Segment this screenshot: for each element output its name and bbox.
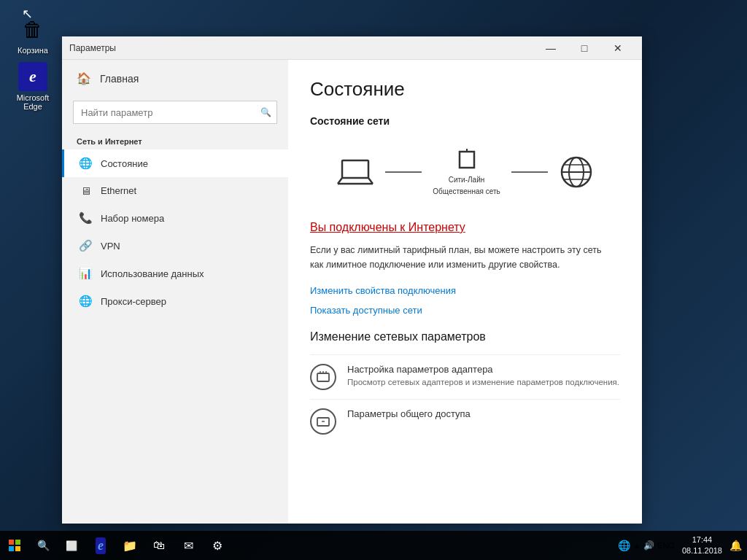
- change-section-title: Изменение сетевых параметров: [310, 330, 620, 343]
- home-label: Главная: [100, 73, 139, 85]
- internet-node: [559, 155, 594, 190]
- edge-taskbar-button[interactable]: e: [86, 531, 115, 560]
- adapter-settings-title: Настройка параметров адаптера: [347, 364, 619, 375]
- sharing-settings-item[interactable]: Параметры общего доступа: [310, 399, 620, 443]
- desktop-icon-edge[interactable]: e MicrosoftEdge: [7, 62, 58, 111]
- net-line-1: [385, 171, 422, 173]
- sidebar-search-container: 🔍: [73, 101, 277, 124]
- taskbar: 🔍 ⬜ e 📁 🛍 ✉ ⚙ 🌐 ▲ 🔊 ENG 17:44 08.11.2018: [0, 531, 747, 560]
- sidebar-section-title: Сеть и Интернет: [62, 131, 288, 149]
- sharing-icon: [310, 408, 336, 435]
- task-view-icon: ⬜: [66, 540, 77, 551]
- adapter-settings-desc: Просмотр сетевых адаптеров и изменение п…: [347, 376, 619, 389]
- language-label[interactable]: ENG: [656, 540, 676, 551]
- connection-description: Если у вас лимитный тарифный план, вы мо…: [310, 243, 616, 272]
- system-clock[interactable]: 17:44 08.11.2018: [676, 534, 728, 557]
- file-explorer-icon: 📁: [123, 539, 137, 553]
- sidebar-item-ethernet[interactable]: 🖥 Ethernet: [62, 177, 288, 204]
- search-icon: 🔍: [260, 107, 271, 117]
- svg-rect-0: [342, 160, 368, 178]
- maximize-button[interactable]: □: [568, 36, 601, 60]
- edge-label: MicrosoftEdge: [17, 93, 50, 111]
- settings-window: Параметры — □ ✕ 🏠 Главная 🔍 Сеть и Интер…: [62, 36, 642, 524]
- store-icon: 🛍: [153, 539, 165, 552]
- svg-rect-18: [15, 540, 20, 545]
- sidebar-data-usage-label: Использование данных: [101, 268, 204, 279]
- settings-taskbar-button[interactable]: ⚙: [203, 531, 232, 560]
- sidebar-item-dialup[interactable]: 📞 Набор номера: [62, 204, 288, 232]
- sidebar-vpn-label: VPN: [101, 241, 120, 252]
- sharing-settings-title: Параметры общего доступа: [347, 408, 471, 419]
- task-view-button[interactable]: ⬜: [57, 531, 86, 560]
- sidebar-dialup-label: Набор номера: [101, 213, 164, 224]
- data-usage-icon: 📊: [79, 267, 92, 280]
- svg-rect-20: [15, 546, 20, 551]
- svg-rect-19: [9, 546, 14, 551]
- volume-icon[interactable]: 🔊: [642, 539, 656, 552]
- laptop-node: [336, 158, 374, 187]
- start-button[interactable]: [0, 531, 29, 560]
- page-title: Состояние: [310, 78, 620, 101]
- minimize-button[interactable]: —: [534, 36, 568, 60]
- globe-icon: [559, 155, 594, 190]
- adapter-settings-text: Настройка параметров адаптера Просмотр с…: [347, 364, 619, 389]
- store-button[interactable]: 🛍: [144, 531, 174, 560]
- arrow-up-icon[interactable]: ▲: [632, 540, 642, 551]
- settings-body: 🏠 Главная 🔍 Сеть и Интернет 🌐 Состояние …: [62, 60, 642, 524]
- svg-rect-4: [460, 152, 474, 168]
- window-title: Параметры: [69, 43, 534, 53]
- search-input[interactable]: [73, 101, 277, 124]
- recycle-bin-label: Корзина: [18, 46, 48, 55]
- windows-logo-icon: [9, 540, 20, 551]
- sidebar-status-label: Состояние: [101, 158, 148, 169]
- dialup-icon: 📞: [79, 211, 92, 225]
- show-available-networks-link[interactable]: Показать доступные сети: [310, 305, 422, 316]
- network-type: Общественная сеть: [433, 187, 500, 195]
- ethernet-icon: 🖥: [79, 184, 92, 197]
- edge-icon: e: [18, 62, 47, 91]
- edge-taskbar-icon: e: [96, 537, 106, 554]
- status-icon: 🌐: [79, 157, 92, 170]
- network-tray-icon[interactable]: 🌐: [616, 538, 632, 553]
- adapter-settings-item[interactable]: Настройка параметров адаптера Просмотр с…: [310, 354, 620, 399]
- mail-button[interactable]: ✉: [174, 531, 203, 560]
- sidebar-ethernet-label: Ethernet: [101, 185, 136, 196]
- sharing-settings-text: Параметры общего доступа: [347, 408, 471, 419]
- file-explorer-button[interactable]: 📁: [115, 531, 144, 560]
- home-icon: 🏠: [77, 71, 91, 85]
- sidebar-item-proxy[interactable]: 🌐 Прокси-сервер: [62, 287, 288, 315]
- change-connection-props-link[interactable]: Изменить свойства подключения: [310, 285, 456, 296]
- net-line-2: [511, 171, 548, 173]
- connection-status-text: Вы подключены к Интернету: [310, 221, 465, 234]
- title-bar: Параметры — □ ✕: [62, 36, 642, 60]
- network-name: Сити-Лайн: [449, 176, 485, 184]
- laptop-icon: [336, 158, 374, 187]
- recycle-bin-icon: 🗑: [18, 15, 47, 44]
- proxy-icon: 🌐: [79, 295, 92, 308]
- desktop-icon-recycle-bin[interactable]: 🗑 Корзина: [7, 15, 58, 55]
- svg-rect-11: [317, 373, 329, 381]
- network-diagram: Сити-Лайн Общественная сеть: [310, 138, 620, 206]
- taskbar-tray: 🌐 ▲ 🔊 ENG 17:44 08.11.2018 🔔: [616, 531, 747, 560]
- window-controls: — □ ✕: [534, 36, 635, 60]
- taskbar-search-button[interactable]: 🔍: [29, 531, 57, 560]
- sidebar: 🏠 Главная 🔍 Сеть и Интернет 🌐 Состояние …: [62, 60, 288, 524]
- main-content: Состояние Состояние сети: [288, 60, 642, 524]
- sidebar-proxy-label: Прокси-сервер: [101, 296, 166, 307]
- search-icon: 🔍: [37, 540, 50, 551]
- sidebar-item-status[interactable]: 🌐 Состояние: [62, 149, 288, 177]
- close-button[interactable]: ✕: [601, 36, 635, 60]
- notification-icon[interactable]: 🔔: [728, 538, 743, 553]
- settings-gear-icon: ⚙: [212, 539, 222, 553]
- router-node: Сити-Лайн Общественная сеть: [433, 149, 500, 195]
- desktop: ↖ 🗑 Корзина e MicrosoftEdge Параметры — …: [0, 0, 747, 560]
- sidebar-home-button[interactable]: 🏠 Главная: [62, 60, 288, 97]
- sidebar-item-vpn[interactable]: 🔗 VPN: [62, 232, 288, 260]
- mail-icon: ✉: [184, 539, 193, 553]
- clock-date: 08.11.2018: [682, 545, 722, 556]
- clock-time: 17:44: [682, 534, 722, 545]
- router-icon: [458, 149, 476, 171]
- adapter-icon: [310, 364, 336, 390]
- sidebar-item-data-usage[interactable]: 📊 Использование данных: [62, 260, 288, 287]
- network-status-heading: Состояние сети: [310, 115, 620, 127]
